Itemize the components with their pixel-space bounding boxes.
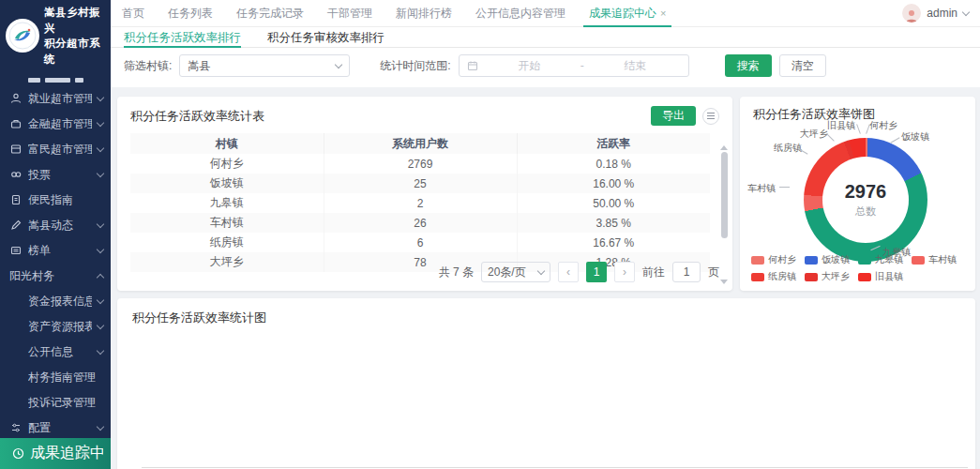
col-rate: 活跃率 xyxy=(517,133,710,154)
sidebar-item-label: 阳光村务 xyxy=(9,268,92,284)
topnav-tab-results-center[interactable]: 成果追踪中心 × xyxy=(589,0,666,27)
tab-label: 成果追踪中心 xyxy=(589,6,656,22)
app-title-line2: 积分超市系统 xyxy=(44,36,105,67)
sidebar-item-county-news[interactable]: 嵩县动态 xyxy=(0,213,111,238)
user-menu[interactable]: admin xyxy=(902,4,969,23)
pie-callout-line xyxy=(856,124,861,134)
cell-village: 车村镇 xyxy=(130,213,324,233)
sidebar-item-vote[interactable]: 投票 xyxy=(0,162,111,188)
legend-item[interactable]: 车村镇 xyxy=(912,253,957,266)
sidebar-item-public-info[interactable]: 公开信息 xyxy=(0,340,111,365)
avatar xyxy=(902,4,921,23)
page-size-value: 20条/页 xyxy=(488,265,526,280)
sidebar: 嵩县乡村振兴 积分超市系统 就业超市管理 金融超市管理 xyxy=(0,0,111,469)
legend-item[interactable]: 九皋镇 xyxy=(858,253,903,266)
menu-toggle-icon[interactable] xyxy=(702,108,719,125)
sidebar-item-ranking[interactable]: 榜单 xyxy=(0,238,111,264)
sidebar-item-fumin-market[interactable]: 富民超市管理 xyxy=(0,137,111,162)
goto-label: 前往 xyxy=(642,265,665,280)
prev-page-button[interactable]: ‹ xyxy=(558,262,579,282)
legend-label: 车村镇 xyxy=(928,253,957,266)
sidebar-item-fund-reports[interactable]: 资金报表信息 xyxy=(0,289,111,314)
tab-label: 任务完成记录 xyxy=(236,6,304,22)
legend-swatch xyxy=(751,256,764,265)
table-row[interactable]: 九皋镇 2 50.00 % xyxy=(130,193,710,213)
cell-village: 纸房镇 xyxy=(130,233,324,252)
scroll-down-icon[interactable] xyxy=(720,280,728,284)
village-select[interactable]: 嵩县 xyxy=(179,54,350,77)
subtab-audit-ranking[interactable]: 积分任务审核效率排行 xyxy=(267,27,384,48)
range-separator: - xyxy=(580,59,584,72)
topnav-tab-news-ranking[interactable]: 新闻排行榜 xyxy=(396,0,452,27)
sidebar-item-label: 资产资源报表信息 xyxy=(28,319,92,335)
sidebar-item-label: 配置 xyxy=(28,420,92,436)
tab-label: 公开信息内容管理 xyxy=(475,6,565,22)
donut-total: 2976 xyxy=(845,181,887,203)
page-size-select[interactable]: 20条/页 xyxy=(481,262,550,282)
export-button[interactable]: 导出 xyxy=(651,106,696,126)
filter-bar: 筛选村镇: 嵩县 统计时间范围: 开始 - 结束 搜索 清空 xyxy=(111,48,980,87)
topnav-tab-cadre-mgmt[interactable]: 干部管理 xyxy=(327,0,372,27)
sidebar-item-village-guide-mgmt[interactable]: 村务指南管理 xyxy=(0,365,111,390)
cell-rate: 16.00 % xyxy=(517,174,710,193)
sidebar-item-sunshine-village[interactable]: 阳光村务 xyxy=(0,264,111,289)
scroll-up-icon[interactable] xyxy=(720,145,728,150)
sidebar-item-finance-market[interactable]: 金融超市管理 xyxy=(0,112,111,137)
x-axis-line xyxy=(142,467,968,468)
table-row[interactable]: 何村乡 2769 0.18 % xyxy=(130,154,710,174)
table-row[interactable]: 车村镇 26 3.85 % xyxy=(130,213,710,233)
cell-rate: 0.18 % xyxy=(517,154,710,174)
close-icon[interactable]: × xyxy=(660,8,666,19)
legend-swatch xyxy=(912,256,925,265)
briefcase-icon xyxy=(9,117,23,130)
sidebar-item-guide[interactable]: 便民指南 xyxy=(0,188,111,213)
pie-callout-line xyxy=(779,187,790,188)
end-date-placeholder: 结束 xyxy=(590,58,681,74)
pagination-total: 共 7 条 xyxy=(439,265,474,280)
app-title-line1: 嵩县乡村振兴 xyxy=(44,5,105,36)
search-button[interactable]: 搜索 xyxy=(725,54,772,77)
legend-swatch xyxy=(805,256,818,265)
subtab-label: 积分任务审核效率排行 xyxy=(267,30,384,46)
chevron-down-icon xyxy=(97,321,104,328)
sidebar-item-settings[interactable]: 配置 xyxy=(0,416,111,441)
topnav-tab-public-info-mgmt[interactable]: 公开信息内容管理 xyxy=(475,0,565,27)
ballot-icon xyxy=(9,168,23,181)
topnav-tab-task-records[interactable]: 任务完成记录 xyxy=(236,0,304,27)
cell-users: 6 xyxy=(324,233,517,252)
sidebar-item-results-center[interactable]: 成果追踪中心 xyxy=(0,438,111,469)
chevron-down-icon xyxy=(537,266,545,274)
sidebar-item-clipped xyxy=(28,75,111,83)
legend-item[interactable]: 纸房镇 xyxy=(751,270,796,283)
legend-item[interactable]: 饭坡镇 xyxy=(805,253,850,266)
table-row[interactable]: 饭坡镇 25 16.00 % xyxy=(130,174,710,193)
legend-item[interactable]: 旧县镇 xyxy=(858,270,903,283)
pie-label-jiuxian: 旧县镇 xyxy=(827,119,855,132)
scrollbar-thumb[interactable] xyxy=(721,152,728,238)
date-range-picker[interactable]: 开始 - 结束 xyxy=(459,54,689,77)
sidebar-item-complaint-records[interactable]: 投诉记录管理 xyxy=(0,390,111,416)
goto-page-input[interactable] xyxy=(672,262,701,282)
legend-label: 大坪乡 xyxy=(822,270,850,283)
clear-button[interactable]: 清空 xyxy=(779,54,826,77)
page-number-1[interactable]: 1 xyxy=(586,262,607,282)
sliders-icon xyxy=(9,421,23,434)
table-scrollbar[interactable] xyxy=(719,145,729,284)
main-area: 首页 任务列表 任务完成记录 干部管理 新闻排行榜 公开信息内容管理 成果追踪中… xyxy=(111,0,980,469)
topnav-tab-task-list[interactable]: 任务列表 xyxy=(168,0,213,27)
donut-center: 2976 总数 xyxy=(822,157,909,243)
tab-label: 任务列表 xyxy=(168,6,213,22)
sidebar-item-label: 榜单 xyxy=(28,243,92,259)
subtab-activity-ranking[interactable]: 积分任务活跃效率排行 xyxy=(124,27,241,48)
pie-chart-card: 积分任务活跃效率饼图 2976 总数 纸房镇 大坪乡 旧县镇 何村乡 饭坡镇 车… xyxy=(740,97,975,291)
next-page-button[interactable]: › xyxy=(614,262,635,282)
sidebar-item-employment-market[interactable]: 就业超市管理 xyxy=(0,86,111,112)
table-row[interactable]: 纸房镇 6 16.67 % xyxy=(130,233,710,252)
topnav-tab-home[interactable]: 首页 xyxy=(122,0,144,27)
legend-item[interactable]: 何村乡 xyxy=(751,253,796,266)
sidebar-item-asset-reports[interactable]: 资产资源报表信息 xyxy=(0,314,111,340)
start-date-placeholder: 开始 xyxy=(484,58,575,74)
legend-item[interactable]: 大坪乡 xyxy=(805,270,850,283)
cell-village: 九皋镇 xyxy=(130,193,324,213)
cell-rate: 3.85 % xyxy=(517,213,710,233)
